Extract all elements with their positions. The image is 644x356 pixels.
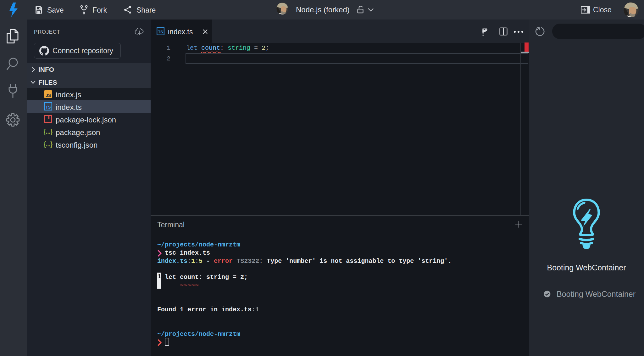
svg-text:JS: JS [46, 93, 51, 98]
svg-text:TS: TS [46, 105, 51, 110]
svg-text:{...}: {...} [44, 140, 53, 148]
svg-text:{...}: {...} [44, 127, 53, 135]
svg-text:TS: TS [158, 30, 163, 34]
